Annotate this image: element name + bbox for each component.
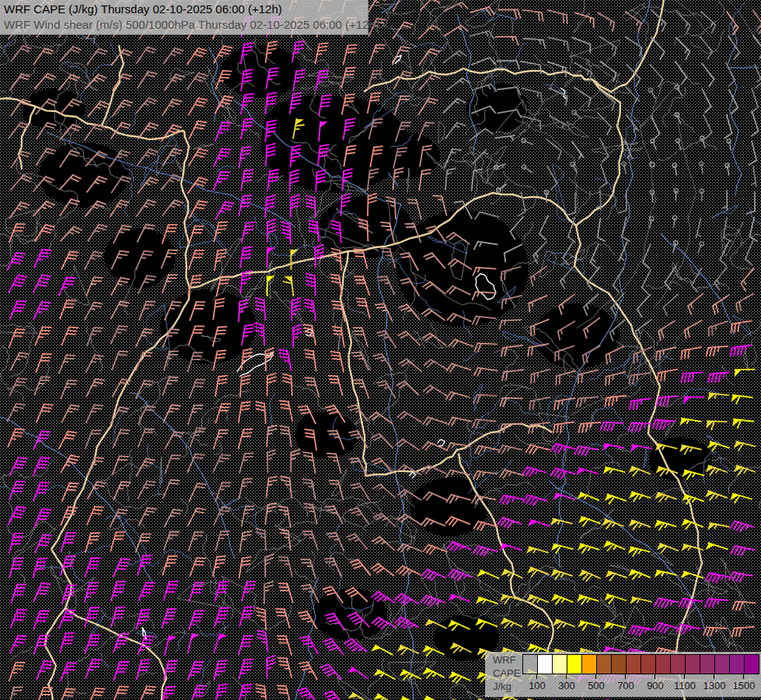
title-line-windshear: WRF Wind shear (m/s) 500/1000hPa Thursda… [4,17,368,33]
legend-swatch-14 [729,654,745,674]
legend-tick-mark [655,674,655,679]
legend-tick-mark [625,674,626,679]
legend-swatch-8 [641,654,656,674]
legend-tick-label: 1500 [727,680,761,691]
legend-swatch-11 [685,654,700,674]
legend-title-line-2: CAPE [493,667,520,680]
legend-color-bar [522,654,759,674]
legend-swatch-3 [567,654,582,674]
legend-title-line-3: J/kg [493,680,520,693]
legend-swatch-5 [596,654,612,674]
legend-swatch-10 [670,654,686,674]
legend-swatch-0 [522,654,538,674]
legend-tick-mark [536,674,537,679]
legend-tick-mark [714,674,714,679]
legend-swatch-13 [714,654,730,674]
legend-swatch-7 [626,654,641,674]
legend-swatch-2 [552,654,567,674]
cape-legend: WRF CAPE J/kg 10030050070090011001300150… [485,652,761,697]
legend-tick-mark [743,674,744,679]
legend-swatch-15 [744,654,759,674]
legend-tick-mark [684,674,685,679]
legend-tick-mark [595,674,596,679]
legend-swatch-9 [655,654,671,674]
wrf-weather-map-app: WRF CAPE (J/kg) Thursday 02-10-2025 06:0… [0,0,761,700]
legend-swatch-6 [611,654,627,674]
legend-swatch-12 [700,654,715,674]
legend-title-line-1: WRF [493,653,520,667]
title-line-cape: WRF CAPE (J/kg) Thursday 02-10-2025 06:0… [4,2,368,17]
legend-tick-mark [566,674,567,679]
weather-map-canvas [0,0,761,700]
legend-title: WRF CAPE J/kg [493,653,520,693]
legend-swatch-4 [581,654,597,674]
legend-swatch-1 [537,654,553,674]
title-overlay: WRF CAPE (J/kg) Thursday 02-10-2025 06:0… [0,0,368,35]
